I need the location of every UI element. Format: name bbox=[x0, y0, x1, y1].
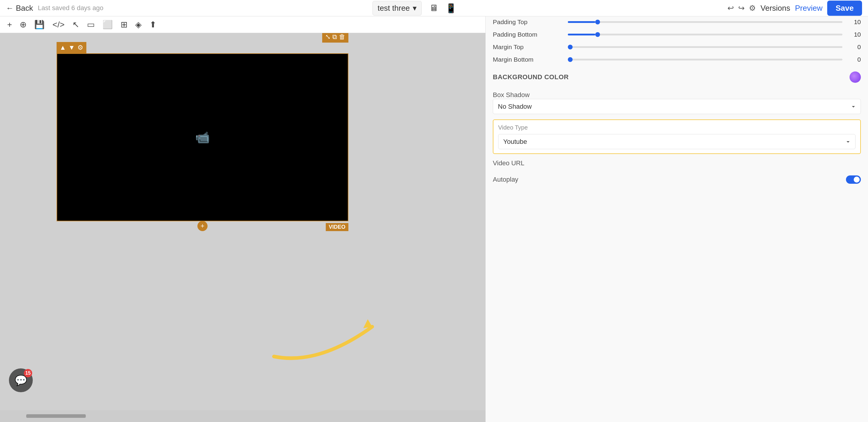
background-color-swatch[interactable] bbox=[849, 71, 861, 83]
top-bar-right: ↩ ↪ ⚙ Versions Preview Save bbox=[727, 1, 862, 16]
padding-top-thumb bbox=[595, 20, 600, 24]
export-button[interactable]: ⬆ bbox=[147, 18, 159, 31]
margin-top-value: 0 bbox=[846, 43, 861, 51]
padding-bottom-thumb bbox=[595, 32, 600, 37]
video-label: VIDEO bbox=[326, 223, 348, 231]
video-type-section: Video Type Youtube Vimeo Custom bbox=[493, 119, 861, 154]
padding-bottom-row: Padding Bottom 10 bbox=[493, 31, 861, 38]
toolbar: + ⊕ 💾 </> ↖ ▭ ⬜ ⊞ ◈ ⬆ bbox=[0, 17, 485, 33]
frame-button[interactable]: ⬜ bbox=[100, 18, 115, 31]
project-name-label: test three bbox=[378, 4, 410, 13]
autoplay-toggle-thumb bbox=[854, 177, 860, 183]
autoplay-label: Autoplay bbox=[493, 176, 519, 183]
background-color-label: BACKGROUND COLOR bbox=[493, 73, 569, 81]
move-down-button[interactable]: ▼ bbox=[68, 44, 75, 52]
video-url-section: Video URL bbox=[493, 159, 861, 167]
device-switcher: 🖥 📱 bbox=[428, 1, 458, 15]
padding-top-label: Padding Top bbox=[493, 19, 564, 26]
padding-bottom-fill bbox=[568, 34, 595, 35]
video-bottom-bar: + VIDEO bbox=[57, 221, 348, 231]
bottom-scrollbar[interactable] bbox=[0, 410, 485, 422]
margin-bottom-row: Margin Bottom 0 bbox=[493, 56, 861, 63]
video-camera-icon: 📹 bbox=[195, 130, 210, 145]
video-block-controls: ▲ ▼ ⚙ bbox=[57, 42, 86, 53]
autoplay-row: Autoplay bbox=[493, 175, 861, 184]
right-panel: Padding Right 10 Padding Top 10 Padding … bbox=[485, 0, 868, 422]
chat-bubble[interactable]: 💬 15 bbox=[9, 368, 33, 392]
padding-bottom-track bbox=[568, 34, 842, 35]
delete-button[interactable]: 🗑 bbox=[339, 33, 345, 41]
chat-badge: 15 bbox=[24, 369, 32, 377]
back-button[interactable]: ← Back bbox=[6, 4, 33, 13]
top-bar: ← Back Last saved 6 days ago test three … bbox=[0, 0, 868, 17]
video-type-select[interactable]: Youtube Vimeo Custom bbox=[498, 134, 856, 149]
margin-bottom-thumb bbox=[568, 57, 572, 62]
padding-bottom-label: Padding Bottom bbox=[493, 31, 564, 38]
video-url-label: Video URL bbox=[493, 159, 524, 167]
top-bar-left: ← Back Last saved 6 days ago bbox=[6, 4, 103, 13]
preview-button[interactable]: Preview bbox=[795, 4, 823, 13]
undo-button[interactable]: ↩ bbox=[727, 4, 734, 13]
layers-button[interactable]: ⊕ bbox=[17, 18, 29, 31]
padding-top-row: Padding Top 10 bbox=[493, 19, 861, 26]
settings-button[interactable]: ⚙ bbox=[749, 4, 756, 13]
padding-top-fill bbox=[568, 21, 595, 23]
redo-button[interactable]: ↪ bbox=[738, 4, 745, 13]
video-canvas: 📹 bbox=[57, 54, 348, 221]
top-bar-center: test three ▾ 🖥 📱 bbox=[103, 1, 727, 16]
cursor-button[interactable]: ↖ bbox=[70, 18, 82, 31]
mobile-view-button[interactable]: 📱 bbox=[444, 1, 458, 15]
background-color-section: BACKGROUND COLOR bbox=[493, 71, 861, 83]
margin-bottom-label: Margin Bottom bbox=[493, 56, 564, 63]
component-button[interactable]: ◈ bbox=[133, 18, 144, 31]
autoplay-toggle[interactable] bbox=[846, 175, 861, 184]
expand-button[interactable]: ⤡ bbox=[325, 33, 331, 41]
add-block-button[interactable]: + bbox=[197, 221, 208, 231]
padding-top-track bbox=[568, 21, 842, 23]
margin-bottom-value: 0 bbox=[846, 56, 861, 63]
box-shadow-select[interactable]: No Shadow Small Medium Large bbox=[493, 99, 861, 114]
block-settings-button[interactable]: ⚙ bbox=[78, 44, 83, 52]
padding-top-value: 10 bbox=[846, 19, 861, 26]
video-block: 📹 bbox=[57, 53, 348, 221]
grid-button[interactable]: ⊞ bbox=[118, 18, 130, 31]
last-saved-text: Last saved 6 days ago bbox=[38, 4, 103, 12]
chevron-down-icon: ▾ bbox=[413, 4, 416, 13]
video-type-label: Video Type bbox=[498, 124, 856, 131]
margin-top-label: Margin Top bbox=[493, 43, 564, 51]
project-name-dropdown[interactable]: test three ▾ bbox=[373, 1, 422, 16]
save-button[interactable]: Save bbox=[827, 1, 862, 16]
video-block-wrapper: ▲ ▼ ⚙ ⤡ ⧉ 🗑 📹 + VIDEO bbox=[57, 42, 348, 231]
section-button[interactable]: ▭ bbox=[85, 18, 97, 31]
bottom-scrollbar-thumb[interactable] bbox=[26, 414, 86, 418]
margin-top-track bbox=[568, 46, 842, 48]
top-right-icons: ↩ ↪ ⚙ bbox=[727, 4, 756, 13]
padding-bottom-value: 10 bbox=[846, 31, 861, 38]
box-shadow-label: Box Shadow bbox=[493, 91, 530, 98]
margin-top-thumb bbox=[568, 45, 572, 50]
save-file-button[interactable]: 💾 bbox=[32, 18, 47, 31]
add-button[interactable]: + bbox=[5, 18, 14, 31]
video-block-top-right: ⤡ ⧉ 🗑 bbox=[322, 33, 348, 42]
canvas-area: ▲ ▼ ⚙ ⤡ ⧉ 🗑 📹 + VIDEO 💬 15 bbox=[0, 33, 485, 410]
move-up-button[interactable]: ▲ bbox=[60, 44, 66, 52]
code-button[interactable]: </> bbox=[50, 18, 67, 31]
desktop-view-button[interactable]: 🖥 bbox=[428, 1, 440, 15]
box-shadow-section: Box Shadow No Shadow Small Medium Large bbox=[493, 91, 861, 114]
margin-bottom-track bbox=[568, 59, 842, 60]
margin-top-row: Margin Top 0 bbox=[493, 43, 861, 51]
duplicate-button[interactable]: ⧉ bbox=[332, 33, 337, 41]
versions-button[interactable]: Versions bbox=[761, 4, 790, 13]
